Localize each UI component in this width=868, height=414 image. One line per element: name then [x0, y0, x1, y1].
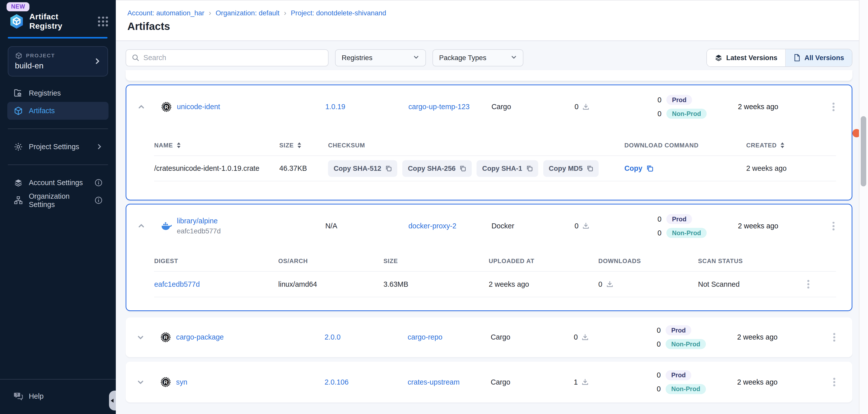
- chevron-down-icon: [413, 54, 419, 60]
- artifact-version-link[interactable]: 1.0.19: [325, 103, 345, 111]
- artifact-created: 2 weeks ago: [738, 103, 810, 111]
- column-header-name[interactable]: NAME: [154, 142, 279, 149]
- non-prod-count: 0: [655, 110, 661, 118]
- latest-versions-button[interactable]: Latest Versions: [707, 49, 786, 66]
- svg-text:R: R: [164, 379, 167, 385]
- expand-row-button[interactable]: [126, 334, 156, 341]
- artifacts-cube-icon: [13, 106, 23, 116]
- artifact-package-type: Docker: [491, 222, 575, 230]
- artifact-version-link[interactable]: 2.0.106: [324, 378, 348, 386]
- column-header-created[interactable]: CREATED: [746, 142, 836, 149]
- breadcrumb-organization-link[interactable]: Organization: default: [216, 9, 279, 17]
- sidebar-item-label: Registries: [29, 89, 61, 97]
- sidebar-footer: ? Help: [0, 379, 116, 414]
- scrollbar-track[interactable]: [859, 0, 868, 414]
- copy-sha1-button[interactable]: Copy SHA-1: [476, 160, 538, 177]
- row-menu-kebab-icon[interactable]: [830, 100, 837, 113]
- app-switcher-grid-icon[interactable]: [98, 16, 108, 27]
- artifact-name-link[interactable]: library/alpine: [177, 216, 221, 226]
- artifact-registry-link[interactable]: docker-proxy-2: [408, 222, 456, 230]
- sidebar-item-registries[interactable]: Registries: [7, 84, 109, 102]
- sidebar-item-label: Help: [29, 392, 43, 401]
- column-header-size[interactable]: SIZE: [279, 142, 328, 149]
- file-created: 2 weeks ago: [746, 164, 836, 173]
- artifact-registry-link[interactable]: cargo-repo: [408, 333, 442, 341]
- artifact-name-link[interactable]: cargo-package: [176, 333, 224, 341]
- sidebar-nav-project: Project Settings: [7, 138, 109, 156]
- breadcrumb: Account: automation_har › Organization: …: [127, 9, 868, 17]
- scrollbar-thumb[interactable]: [861, 116, 866, 186]
- sidebar-item-project-settings[interactable]: Project Settings: [7, 138, 109, 156]
- sidebar-nav: Registries Artifacts: [7, 84, 109, 120]
- registries-filter-label: Registries: [342, 54, 372, 62]
- collapse-row-button[interactable]: [126, 222, 156, 230]
- column-header-uploaded-at: UPLOADED AT: [489, 257, 598, 265]
- chevron-up-icon: [138, 222, 145, 230]
- sidebar-item-help[interactable]: ? Help: [7, 387, 109, 405]
- project-selector[interactable]: PROJECT build-en: [8, 46, 108, 76]
- file-row: /cratesunicode-ident-1.0.19.crate 46.37K…: [154, 156, 836, 181]
- expand-row-button[interactable]: [126, 379, 156, 386]
- copy-icon: [459, 165, 466, 172]
- copy-md5-button[interactable]: Copy MD5: [543, 160, 599, 177]
- files-sub-table: NAME SIZE CHECKSUM DOWNLOAD COMMAND CREA…: [154, 142, 836, 200]
- file-icon: [794, 54, 801, 62]
- info-icon[interactable]: [95, 179, 102, 186]
- chevron-down-icon: [137, 379, 144, 386]
- content-area: Registries Package Types: [116, 49, 868, 403]
- sidebar-nav-settings: Account Settings Organization Setting: [7, 174, 109, 209]
- sidebar-item-organization-settings[interactable]: Organization Settings: [7, 192, 109, 209]
- chevron-right-icon: [94, 58, 101, 64]
- artifact-registry-link[interactable]: crates-upstream: [408, 378, 460, 386]
- file-name: /cratesunicode-ident-1.0.19.crate: [154, 164, 279, 173]
- rust-cargo-icon: R: [160, 377, 171, 388]
- artifact-registry-app: NEW Artifact Registry: [0, 0, 868, 414]
- svg-text:R: R: [164, 335, 167, 340]
- copy-sha256-button[interactable]: Copy SHA-256: [402, 160, 471, 177]
- organization-hierarchy-icon: [13, 196, 23, 206]
- chevron-down-icon: [137, 334, 144, 341]
- all-versions-button[interactable]: All Versions: [786, 49, 852, 66]
- main-content: Account: automation_har › Organization: …: [116, 0, 868, 414]
- sort-icon: [781, 142, 784, 148]
- column-header-downloads: DOWNLOADS: [598, 257, 698, 265]
- row-menu-kebab-icon[interactable]: [830, 219, 837, 233]
- sidebar-item-account-settings[interactable]: Account Settings: [7, 174, 109, 192]
- digest-link[interactable]: eafc1edb577d: [154, 280, 199, 288]
- info-icon[interactable]: [95, 197, 102, 204]
- row-menu-kebab-icon[interactable]: [831, 331, 837, 344]
- artifact-name-link[interactable]: syn: [176, 378, 188, 386]
- prod-count: 0: [655, 215, 661, 223]
- breadcrumb-project-link[interactable]: Project: donotdelete-shivanand: [291, 9, 386, 17]
- sidebar-item-artifacts[interactable]: Artifacts: [7, 102, 109, 119]
- digest-downloads-count: 0: [598, 280, 602, 288]
- artifact-row: R syn 2.0.106 crates-upstream Cargo 1: [126, 362, 852, 403]
- files-table-header: NAME SIZE CHECKSUM DOWNLOAD COMMAND CREA…: [154, 142, 836, 156]
- copy-sha512-button[interactable]: Copy SHA-512: [328, 160, 397, 177]
- package-types-filter-label: Package Types: [439, 54, 486, 62]
- row-menu-kebab-icon[interactable]: [831, 376, 837, 389]
- artifact-version-link[interactable]: 2.0.0: [324, 333, 341, 341]
- download-icon: [582, 222, 590, 230]
- digest-os-arch: linux/amd64: [278, 280, 383, 288]
- sidebar-collapse-handle[interactable]: [109, 391, 116, 411]
- sidebar: NEW Artifact Registry: [0, 0, 116, 414]
- registries-filter-dropdown[interactable]: Registries: [335, 49, 426, 66]
- artifact-downloads-count: 0: [575, 103, 579, 111]
- artifact-package-type: Cargo: [491, 103, 575, 111]
- search-input[interactable]: [144, 54, 322, 62]
- breadcrumb-account-link[interactable]: Account: automation_har: [127, 9, 205, 17]
- package-types-filter-dropdown[interactable]: Package Types: [433, 49, 523, 66]
- rust-cargo-icon: R: [161, 101, 172, 112]
- artifact-registry-link[interactable]: cargo-up-temp-123: [408, 103, 469, 111]
- artifact-name-link[interactable]: unicode-ident: [177, 103, 220, 111]
- column-header-os-arch: OS/ARCH: [278, 257, 383, 265]
- search-icon: [132, 54, 140, 62]
- digest-size: 3.63MB: [383, 280, 489, 288]
- collapse-row-button[interactable]: [126, 103, 156, 111]
- row-menu-kebab-icon[interactable]: [805, 278, 812, 291]
- file-size: 46.37KB: [279, 164, 328, 173]
- copy-download-command-link[interactable]: Copy: [624, 164, 746, 173]
- column-header-scan-status: SCAN STATUS: [698, 257, 781, 265]
- non-prod-count: 0: [655, 229, 661, 237]
